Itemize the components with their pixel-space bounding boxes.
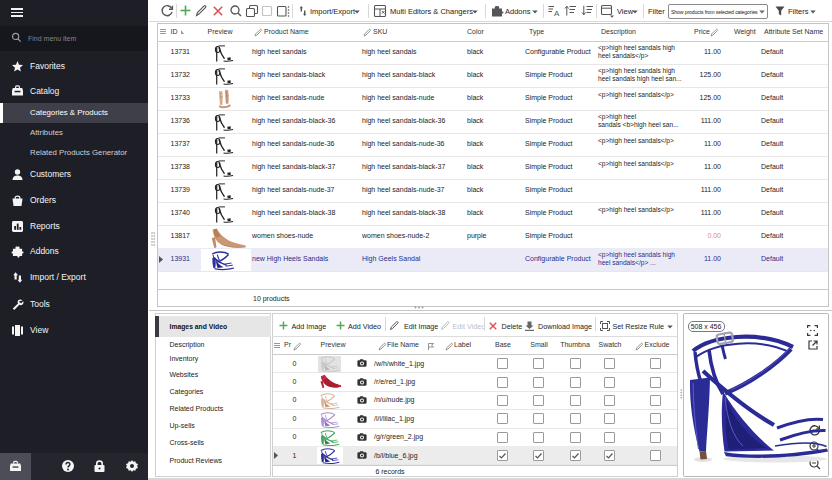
svg-text:A: A (554, 9, 560, 18)
